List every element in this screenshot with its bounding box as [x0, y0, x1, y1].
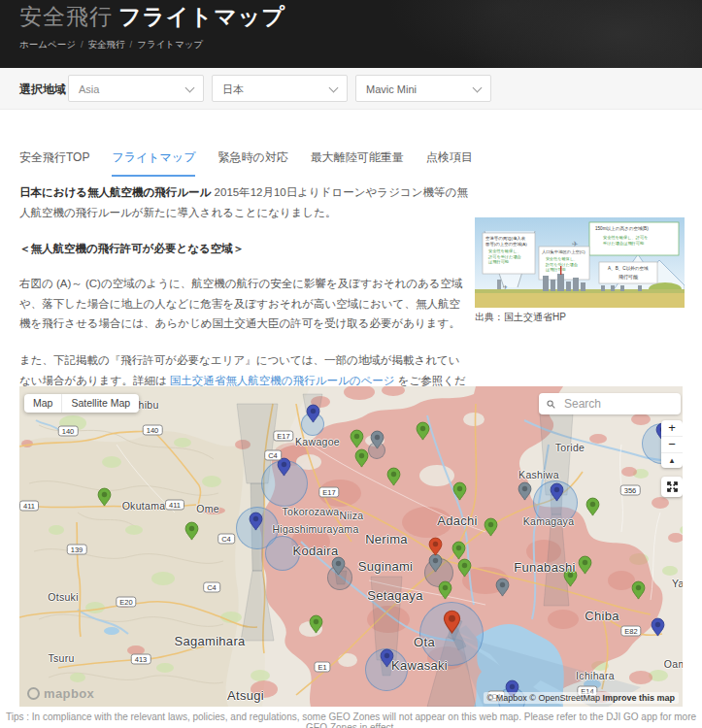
airport-plane-icon: ✈: [503, 284, 508, 290]
map-label-sagamihara: Sagamihara: [174, 634, 245, 648]
green-zone-pin[interactable]: [97, 487, 112, 511]
blue-zone-pin[interactable]: [249, 512, 263, 535]
gray-zone-pin[interactable]: [495, 578, 510, 601]
route-shield-140: 140: [58, 426, 79, 437]
chevron-down-icon: [185, 83, 195, 93]
green-zone-pin[interactable]: [386, 467, 401, 490]
figure-caption: 出典：国土交通省HP: [475, 311, 566, 324]
map-style-satellite-button[interactable]: Satellite Map: [61, 394, 139, 413]
fullscreen-button[interactable]: [661, 477, 683, 497]
svg-text:A、B、C以外の空域: A、B、C以外の空域: [608, 265, 649, 271]
zoom-in-button[interactable]: +: [661, 420, 683, 436]
mapbox-logo[interactable]: mapbox: [27, 686, 94, 701]
mapbox-attribution-link[interactable]: © Mapbox: [487, 693, 527, 703]
blue-zone-pin[interactable]: [277, 457, 291, 480]
map-label-toride: Toride: [555, 442, 585, 453]
map-label-adachi: Adachi: [437, 513, 478, 528]
map-overlay: 140140411411139C4C4C4C4E17E17E20413356E8…: [19, 386, 683, 707]
mapbox-logo-text: mapbox: [44, 686, 94, 701]
country-select[interactable]: 日本: [212, 75, 348, 102]
search-input[interactable]: [562, 396, 673, 412]
route-shield-411: 411: [19, 501, 39, 512]
tab-2[interactable]: 緊急時の対応: [217, 149, 287, 175]
route-shield-E17: E17: [318, 487, 339, 498]
improve-map-link[interactable]: Improve this map: [602, 693, 675, 703]
blue-zone-pin[interactable]: [306, 404, 320, 427]
tab-1-active[interactable]: フライトマップ: [112, 149, 195, 177]
blue-zone-pin[interactable]: [651, 617, 665, 641]
page-title: 安全飛行フライトマップ: [19, 2, 285, 32]
route-shield-413: 413: [131, 654, 151, 665]
airspace-diagram-svg: ✈ 空港等の周辺(進入表 面等)の上空の空域(A) 安全性を確保し、 許可を受け…: [475, 217, 685, 308]
route-shield-E17: E17: [273, 431, 293, 442]
green-zone-pin[interactable]: [484, 517, 498, 541]
breadcrumb-separator: /: [130, 39, 133, 50]
breadcrumb-separator: /: [81, 39, 84, 50]
intro-paragraph: 日本における無人航空機の飛行ルール 2015年12月10日よりドローンやラジコン…: [19, 182, 468, 222]
green-zone-pin[interactable]: [452, 481, 467, 505]
map-search-box[interactable]: [539, 393, 681, 414]
red-zone-pin[interactable]: [428, 537, 443, 560]
blue-zone-pin[interactable]: [550, 482, 564, 506]
airspace-diagram: ✈ 空港等の周辺(進入表 面等)の上空の空域(A) 安全性を確保し、 許可を受け…: [475, 217, 685, 308]
red-zone-pin[interactable]: [443, 610, 461, 638]
osm-attribution-link[interactable]: © OpenStreetMap: [529, 693, 600, 703]
route-shield-E1: E1: [314, 662, 330, 673]
svg-text:飛行可能: 飛行可能: [618, 274, 638, 281]
geo-zone-map[interactable]: 140140411411139C4C4C4C4E17E17E20413356E8…: [19, 386, 683, 707]
zoom-out-button[interactable]: −: [661, 436, 683, 452]
route-shield-C4: C4: [203, 582, 220, 593]
svg-text:空港等の周辺(進入表: 空港等の周辺(進入表: [485, 236, 526, 241]
mlit-rules-link[interactable]: 国土交通省無人航空機の飛行ルールのページ: [170, 375, 395, 386]
green-zone-pin[interactable]: [457, 558, 472, 581]
product-select-value: Mavic Mini: [366, 83, 417, 95]
gray-zone-pin[interactable]: [331, 556, 346, 579]
chevron-down-icon: [473, 83, 483, 93]
green-zone-pin[interactable]: [184, 521, 199, 545]
continent-select[interactable]: Asia: [68, 75, 204, 102]
airspace-heading: ＜無人航空機の飛行許可が必要となる空域＞: [19, 239, 468, 259]
map-style-switch: Map Satellite Map: [24, 394, 139, 413]
map-label-funabashi: Funabashi: [514, 560, 575, 575]
green-zone-pin[interactable]: [309, 614, 323, 638]
map-label-kawagoe: Kawagoe: [295, 436, 340, 447]
map-label-setagaya: Setagaya: [367, 588, 422, 603]
map-label-yac: Yac: [672, 578, 683, 589]
page: 安全飛行フライトマップ ホームページ/安全飛行/フライトマップ 選択地域 Asi…: [0, 0, 702, 728]
tab-3[interactable]: 最大離陸可能重量: [311, 149, 404, 175]
continent-select-value: Asia: [79, 83, 99, 95]
green-zone-pin[interactable]: [354, 448, 369, 472]
map-label-nerima: Nerima: [365, 532, 408, 546]
green-zone-pin[interactable]: [416, 421, 430, 445]
country-select-value: 日本: [222, 83, 244, 95]
green-zone-pin[interactable]: [438, 580, 452, 604]
route-shield-C4: C4: [217, 534, 235, 545]
breadcrumb-item-0[interactable]: ホームページ: [19, 39, 76, 50]
breadcrumb-item-2[interactable]: フライトマップ: [137, 39, 203, 50]
search-icon: [547, 398, 555, 411]
gray-zone-pin[interactable]: [370, 430, 384, 453]
section-tabs: 安全飛行TOPフライトマップ緊急時の対応最大離陸可能重量点検項目: [19, 148, 495, 173]
green-zone-pin[interactable]: [631, 580, 646, 604]
gray-zone-pin[interactable]: [518, 481, 532, 505]
map-label-kashiwa: Kashiwa: [518, 469, 559, 480]
map-style-map-button[interactable]: Map: [24, 394, 61, 413]
map-label-kodaira: Kodaira: [293, 544, 339, 558]
map-label-tokorozawa: Tokorozawa: [282, 506, 339, 517]
map-label-suginami: Suginami: [358, 559, 414, 574]
map-label-niiza: Niiza: [340, 510, 364, 521]
breadcrumb: ホームページ/安全飛行/フライトマップ: [19, 39, 203, 51]
map-label-ichihara: Ichihara: [576, 670, 615, 681]
map-zoom-control: + − ▴: [661, 420, 683, 468]
green-zone-pin[interactable]: [578, 555, 592, 579]
breadcrumb-item-1[interactable]: 安全飛行: [88, 39, 125, 50]
geo-zone-tip: Tips : In compliance with the relevant l…: [0, 711, 702, 728]
tab-4[interactable]: 点検項目: [426, 149, 473, 175]
svg-text:面等)の上空の空域(A): 面等)の上空の空域(A): [485, 242, 527, 247]
compass-button[interactable]: ▴: [661, 452, 683, 468]
map-label-kawasaki: Kawasaki: [391, 658, 448, 673]
svg-text:人口集中地区の上空(C): 人口集中地区の上空(C): [542, 249, 585, 254]
green-zone-pin[interactable]: [585, 497, 600, 520]
product-select[interactable]: Mavic Mini: [355, 75, 491, 102]
tab-0[interactable]: 安全飛行TOP: [19, 149, 89, 175]
